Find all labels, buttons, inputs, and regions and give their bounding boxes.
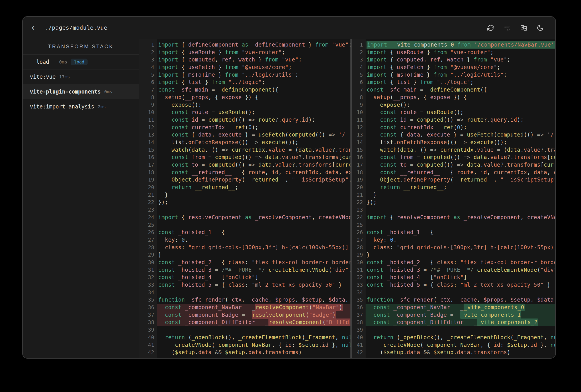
line-number: 40 (352, 334, 363, 342)
diff-word-highlight: resolveComponent("NavBar") (255, 304, 343, 311)
code-line-29: } (366, 251, 556, 259)
code-line-8: setup(__props, { expose }) { (157, 94, 352, 101)
code-line-40: return (_openBlock(), _createElementBloc… (366, 334, 556, 342)
code-line-17: const to = computed(() => data.value?.tr… (157, 161, 352, 169)
main-area: TRANSFORM STACK __load__0msloadvite:vue1… (23, 39, 556, 358)
code-line-35: function _sfc_render(_ctx, _cache, $prop… (157, 296, 352, 304)
line-number: 8 (352, 94, 363, 101)
code-line-24: import { resolveComponent as _resolveCom… (157, 214, 352, 222)
line-number: 15 (352, 146, 363, 154)
code-line-22: }); (157, 199, 352, 206)
line-number: 22 (139, 199, 154, 206)
load-badge: load (71, 58, 88, 65)
line-number: 26 (139, 229, 154, 236)
code-line-12: const currentIdx = ref(0); (366, 124, 556, 132)
inspect-window: ← ./pages/module.vue (22, 16, 556, 358)
line-number: 28 (139, 244, 154, 252)
code-line-41: _createVNode(_component_NavBar, { id: $s… (366, 342, 556, 349)
code-line-5: import { msToTime } from "../logic/utils… (366, 71, 556, 79)
line-number: 14 (139, 139, 154, 146)
code-line-36: const _component_NavBar = _resolveCompon… (157, 304, 352, 311)
line-number: 4 (352, 64, 363, 71)
line-number: 32 (139, 274, 154, 281)
plugin-time: 17ms (59, 74, 70, 80)
refresh-button[interactable] (487, 24, 495, 32)
plugin-name: __load__ (30, 59, 56, 65)
line-number: 11 (352, 116, 363, 124)
back-arrow-icon: ← (32, 23, 38, 32)
line-number: 30 (352, 259, 363, 266)
code-line-30: const _hoisted_2 = { class: "flex flex-c… (157, 259, 352, 266)
line-number: 42 (139, 349, 154, 356)
code-line-18: const __returned__ = { route, id, curren… (366, 169, 556, 176)
stack-item-vite-plugin-components[interactable]: vite-plugin-components0ms (23, 84, 139, 99)
line-number: 33 (352, 281, 363, 289)
back-button[interactable]: ← (30, 23, 40, 33)
line-number: 33 (139, 281, 154, 289)
module-title-path: /pages/module.vue (48, 24, 108, 31)
inline-wrap-diff-button[interactable] (503, 24, 511, 32)
line-number: 1 (352, 41, 363, 49)
plugin-name: vite-plugin-components (30, 89, 101, 95)
code-line-21: } (366, 191, 556, 199)
line-number: 25 (139, 222, 154, 229)
plugin-name: vite:vue (30, 74, 56, 80)
line-number: 17 (139, 161, 154, 169)
code-line-38: const _component_DiffEditor = _resolveCo… (157, 319, 352, 326)
transform-stack-sidebar: TRANSFORM STACK __load__0msloadvite:vue1… (23, 39, 139, 358)
line-number: 17 (352, 161, 363, 169)
line-number: 26 (352, 229, 363, 236)
code-line-10: const route = useRoute(); (366, 109, 556, 116)
line-number: 39 (352, 326, 363, 334)
code-line-32: const _hoisted_4 = ["onClick"] (366, 274, 556, 281)
line-number: 11 (139, 116, 154, 124)
line-number: 16 (352, 154, 363, 161)
line-number: 31 (139, 266, 154, 274)
line-number: 37 (139, 311, 154, 319)
line-number: 36 (139, 304, 154, 311)
line-number: 24 (139, 214, 154, 222)
code-line-42: ($setup.data && $setup.data.transforms) (157, 349, 352, 356)
code-line-4: import { useFetch } from "@vueuse/core"; (157, 64, 352, 71)
code-line-3: import { computed, ref, watch } from "vu… (366, 56, 556, 64)
line-number: 10 (139, 109, 154, 116)
inline-wrap-diff-icon (504, 24, 511, 32)
line-number: 22 (352, 199, 363, 206)
code-line-22: }); (366, 199, 556, 206)
plugin-time: 2ms (98, 104, 106, 109)
line-number: 13 (139, 131, 154, 139)
diff-panel-before[interactable]: 1234567891011121314151617181920212223242… (139, 39, 352, 358)
line-number: 18 (352, 169, 363, 176)
code-line-12: const currentIdx = ref(0); (157, 124, 352, 132)
code-line-14: list.onFetchResponse(() => execute()); (157, 139, 352, 146)
code-line-25 (157, 222, 352, 229)
code-line-26: const _hoisted_1 = { (157, 229, 352, 236)
code-line-41: _createVNode(_component_NavBar, { id: $s… (157, 342, 352, 349)
code-before[interactable]: import { defineComponent as _defineCompo… (157, 39, 352, 358)
code-line-9: expose(); (157, 101, 352, 109)
line-number: 5 (352, 71, 363, 79)
code-line-25 (366, 222, 556, 229)
side-by-side-diff-button[interactable] (520, 24, 528, 32)
code-line-39 (157, 326, 352, 334)
code-line-23 (157, 206, 352, 214)
line-number: 5 (139, 71, 154, 79)
code-after[interactable]: import __vite_components_0 from '/compon… (366, 39, 556, 358)
line-number: 30 (139, 259, 154, 266)
code-line-5: import { msToTime } from "../logic/utils… (157, 71, 352, 79)
stack-item--load-[interactable]: __load__0msload (23, 54, 139, 70)
line-number: 34 (352, 289, 363, 296)
stack-item-vite-vue[interactable]: vite:vue17ms (23, 70, 139, 84)
code-line-24: import { resolveComponent as _resolveCom… (366, 214, 556, 222)
code-line-6: import { list } from "../logic"; (366, 78, 556, 86)
code-line-32: const _hoisted_4 = ["onClick"] (157, 274, 352, 281)
dark-mode-button[interactable] (536, 24, 544, 32)
line-number: 23 (352, 206, 363, 214)
code-line-33: const _hoisted_5 = { class: "ml-2 text-x… (157, 281, 352, 289)
diff-word-highlight: _vite_components_0 (464, 304, 525, 311)
line-number: 37 (352, 311, 363, 319)
line-number: 36 (352, 304, 363, 311)
line-number: 1 (139, 41, 154, 49)
diff-panel-after[interactable]: 1234567891011121314151617181920212223242… (352, 39, 556, 358)
stack-item-vite-import-analysis[interactable]: vite:import-analysis2ms (23, 99, 139, 114)
